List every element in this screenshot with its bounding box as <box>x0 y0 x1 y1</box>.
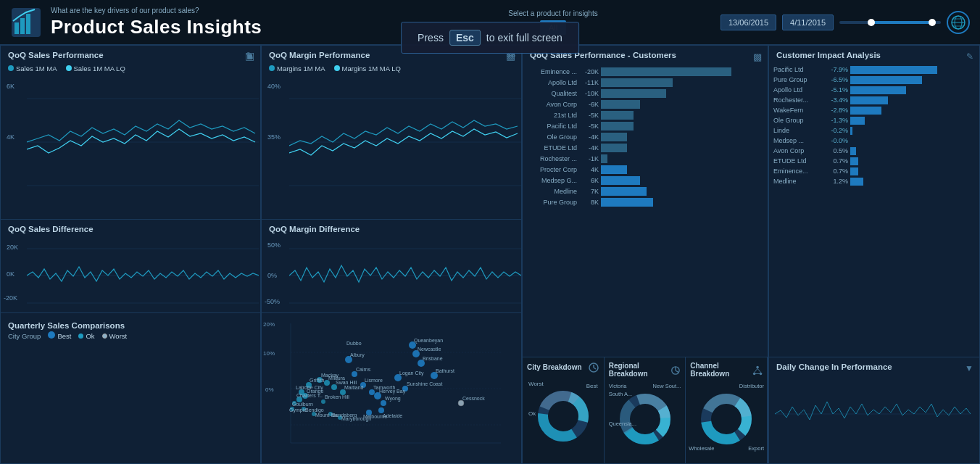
cust-bar-label: Pure Group <box>528 199 581 206</box>
scatter-svg: 20% 10% 0% <box>262 316 508 461</box>
svg-text:Newcastle: Newcastle <box>418 347 441 352</box>
svg-text:0%: 0% <box>265 386 274 393</box>
header-subtitle: What are the key drivers of our product … <box>51 7 386 14</box>
y-40pct: 40% <box>267 83 281 90</box>
channel-breakdown-card: Channel Breakdown Distributor Export <box>686 357 768 463</box>
cust-bar-wrap <box>601 111 762 120</box>
cust-bar-wrap <box>601 176 762 185</box>
ci-row: Medline 1.2% <box>769 176 979 186</box>
cust-neg-bar <box>601 133 627 141</box>
cust-bar-label: Apollo Ltd <box>528 79 581 86</box>
panel-icon-sales-diff[interactable]: ▣ <box>245 50 254 62</box>
ci-label: Eminence... <box>773 167 824 175</box>
globe-icon[interactable] <box>947 11 970 34</box>
south-a-label: South A... <box>609 391 636 397</box>
regional-breakdown-title: Regional Breakdown <box>609 362 671 378</box>
cust-bar-row: Apollo Ltd -11K <box>523 77 768 88</box>
ci-bar-wrap <box>850 137 975 145</box>
cust-bar-row: 21st Ltd -5K <box>523 109 768 120</box>
slider-thumb-right[interactable] <box>929 19 936 26</box>
cust-bar-val: -4K <box>581 133 601 141</box>
cust-bar-val: -5K <box>581 112 601 119</box>
daily-change-title: Daily Change In Performance <box>769 357 900 375</box>
cust-bar-val: -1K <box>581 155 601 162</box>
daily-change-svg <box>775 378 971 450</box>
y-0k: 0K <box>7 270 14 278</box>
ci-row: Avon Corp 0.5% <box>769 146 979 156</box>
distributor-label: Distributor <box>739 383 764 389</box>
channel-donut-svg <box>697 390 755 448</box>
margin-perf-svg <box>289 77 521 193</box>
svg-text:Lismore: Lismore <box>365 378 383 383</box>
daily-change-panel: Daily Change In Performance ▼ <box>769 357 979 463</box>
ci-label: Rochester... <box>773 96 824 104</box>
ci-row: Rochester... -3.4% <box>769 95 979 105</box>
title-block: What are the key drivers of our product … <box>51 7 386 38</box>
svg-text:Maitland: Maitland <box>344 385 364 390</box>
svg-text:Adelaide: Adelaide <box>383 413 402 418</box>
ci-pct: -3.4% <box>824 96 850 104</box>
panel-icon-dc[interactable]: ▼ <box>959 359 979 373</box>
svg-point-58 <box>458 400 464 406</box>
cust-bar-row: Pacific Ltd -5K <box>523 120 768 131</box>
cust-bar-wrap <box>601 144 762 152</box>
ci-neg-bar <box>850 117 865 125</box>
panel-icon-cust[interactable]: ▩ <box>747 47 768 62</box>
svg-text:Gympie: Gympie <box>289 407 307 413</box>
panel-icon-ci[interactable]: ✎ <box>960 47 979 62</box>
quarterly-sales-section: Quarterly Sales Comparisons City Group B… <box>1 312 260 343</box>
ci-label: Ole Group <box>773 117 824 124</box>
qoq-margin-diff-title: QoQ Margin Difference <box>262 220 521 237</box>
ci-pct: -6.5% <box>824 76 850 83</box>
margin-diff-chart: 50% 0% -50% <box>262 240 521 312</box>
cust-neg-bar <box>601 89 666 98</box>
cust-bar-label: ETUDE Ltd <box>528 144 581 152</box>
date-to[interactable]: 4/11/2015 <box>782 14 834 30</box>
sales-diff-svg <box>27 241 259 310</box>
slider-thumb-left[interactable] <box>868 19 875 26</box>
y-label-4k: 4K <box>7 133 14 141</box>
cust-bar-row: ETUDE Ltd -4K <box>523 142 768 153</box>
cust-bars-container: Eminence ... -20K Apollo Ltd -11K Qualit… <box>523 66 768 207</box>
ci-label: WakeFern <box>773 107 824 114</box>
cust-pos-bar <box>601 187 647 196</box>
cust-bar-row: Rochester ... -1K <box>523 153 768 164</box>
slider-track[interactable] <box>839 21 941 24</box>
regional-labels: Victoria South A... Queensla... <box>609 383 636 427</box>
date-slider[interactable] <box>839 21 941 24</box>
svg-text:Charters T..: Charters T.. <box>296 393 323 398</box>
ci-pct: 0.7% <box>824 157 850 165</box>
ci-row: ETUDE Ltd 0.7% <box>769 156 979 166</box>
margin-perf-legend: Margins 1M MA Margins 1M MA LQ <box>262 63 521 75</box>
ci-pct: -1.3% <box>824 117 850 124</box>
ci-row: Pure Group -6.5% <box>769 75 979 85</box>
product-label: Select a product for insights <box>508 9 597 17</box>
svg-text:Hervey Bay: Hervey Bay <box>379 389 406 394</box>
svg-text:10%: 10% <box>263 350 275 357</box>
ci-row: Apollo Ltd -5.1% <box>769 85 979 95</box>
cust-bar-wrap <box>601 187 762 196</box>
cust-bar-row: Avon Corp -6K <box>523 99 768 109</box>
cust-bar-wrap <box>601 165 762 174</box>
esc-toast: Press Esc to exit full screen <box>401 22 579 54</box>
y-35pct: 35% <box>267 133 281 141</box>
legend-margin-1m: Margins 1M MA <box>269 65 325 72</box>
new-sout-label: New Sout... <box>653 383 681 389</box>
new-south-label-text: New Sout... <box>653 383 681 389</box>
y-0pct: 0% <box>267 272 277 279</box>
cust-bar-label: Eminence ... <box>528 68 581 75</box>
legend-sales-1m: Sales 1M MA <box>8 65 57 72</box>
victoria-label: Victoria <box>609 383 636 389</box>
ci-bar-wrap <box>850 167 975 175</box>
svg-point-51 <box>378 407 384 413</box>
column-3: QoQ Sales Performance - Customers ▩ Emin… <box>522 45 768 464</box>
date-from[interactable]: 13/06/2015 <box>721 14 776 30</box>
ci-pos-bar <box>850 157 858 165</box>
cust-bar-wrap <box>601 122 762 130</box>
svg-point-31 <box>324 380 330 386</box>
city-best-label: Best <box>586 383 598 389</box>
ci-bar-wrap <box>850 127 975 135</box>
svg-text:Swan Hill: Swan Hill <box>336 380 357 385</box>
y-50pct: 50% <box>267 241 281 249</box>
svg-line-109 <box>754 368 757 372</box>
